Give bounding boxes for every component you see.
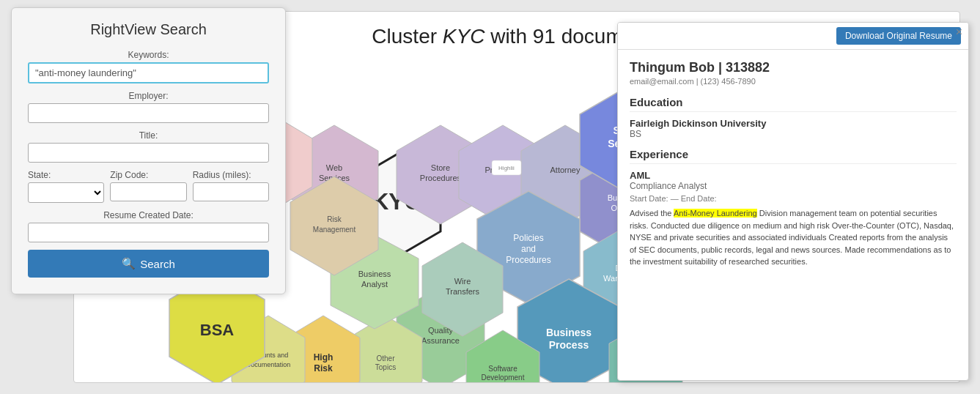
search-button[interactable]: 🔍 Search: [28, 250, 269, 278]
resume-panel: Download Original Resume × Thingum Bob |…: [617, 22, 969, 381]
state-select[interactable]: [28, 182, 104, 203]
school-name: Fairleigh Dickinson University: [630, 118, 957, 129]
svg-text:and: and: [521, 244, 536, 254]
svg-text:Risk: Risk: [314, 363, 333, 373]
search-panel-title: RightView Search: [28, 21, 269, 38]
exp-highlight: Anti-Money Laundering: [674, 209, 757, 218]
svg-text:Attorney: Attorney: [550, 166, 581, 174]
experience-description: Advised the Anti-Money Laundering Divisi…: [630, 207, 957, 268]
svg-text:Risk: Risk: [327, 215, 342, 223]
search-icon: 🔍: [122, 257, 136, 270]
svg-text:Store: Store: [431, 163, 450, 172]
employer-group: Employer:: [28, 91, 269, 123]
search-button-label: Search: [140, 258, 175, 270]
zipcode-group: Zip Code:: [110, 170, 186, 203]
svg-text:Highlii: Highlii: [498, 165, 515, 171]
svg-text:Procedures: Procedures: [506, 255, 550, 265]
degree: BS: [630, 129, 957, 139]
resume-contact: email@email.com | (123) 456-7890: [630, 77, 957, 86]
svg-text:Other: Other: [376, 354, 395, 363]
radius-label: Radius (miles):: [193, 170, 269, 180]
svg-text:Assurance: Assurance: [421, 336, 460, 345]
title-label: Title:: [28, 130, 269, 141]
employer-input[interactable]: [28, 103, 269, 123]
exp-desc-before-highlight: Advised the: [630, 209, 674, 218]
state-label: State:: [28, 170, 104, 180]
resume-toolbar: Download Original Resume ×: [618, 23, 968, 50]
search-panel: RightView Search Keywords: Employer: Tit…: [11, 7, 286, 294]
svg-text:Web: Web: [326, 163, 342, 172]
keywords-input[interactable]: [28, 62, 269, 83]
keywords-label: Keywords:: [28, 50, 269, 60]
svg-text:Analyst: Analyst: [361, 280, 388, 289]
radius-input[interactable]: [193, 182, 269, 201]
zipcode-input[interactable]: [110, 182, 186, 201]
close-button[interactable]: ×: [956, 26, 962, 39]
employer-label: Employer:: [28, 91, 269, 101]
location-row: State: Zip Code: Radius (miles):: [28, 170, 269, 203]
radius-group: Radius (miles):: [193, 170, 269, 203]
title-input[interactable]: [28, 143, 269, 163]
keywords-group: Keywords:: [28, 50, 269, 83]
title-group: Title:: [28, 130, 269, 163]
resume-body: Thingum Bob | 313882 email@email.com | (…: [618, 50, 968, 381]
svg-text:Development: Development: [482, 373, 525, 382]
resume-date-label: Resume Created Date:: [28, 210, 269, 220]
state-group: State:: [28, 170, 104, 203]
svg-text:Wire: Wire: [454, 277, 471, 286]
experience-dates: Start Date: — End Date:: [630, 194, 957, 203]
svg-text:Business: Business: [358, 270, 391, 278]
zipcode-label: Zip Code:: [110, 170, 186, 180]
svg-text:Topics: Topics: [375, 363, 396, 371]
experience-heading: Experience: [630, 148, 957, 164]
resume-id: 313882: [726, 60, 770, 75]
resume-candidate-name: Thingum Bob | 313882: [630, 60, 957, 75]
svg-text:Business: Business: [546, 327, 592, 338]
svg-text:High: High: [314, 352, 334, 363]
resume-date-group: Resume Created Date:: [28, 210, 269, 242]
svg-text:BSA: BSA: [200, 321, 235, 339]
download-original-button[interactable]: Download Original Resume: [836, 27, 961, 45]
svg-text:Transfers: Transfers: [446, 287, 480, 296]
svg-text:Policies: Policies: [513, 233, 543, 243]
svg-text:Software: Software: [488, 365, 517, 373]
svg-text:Procedures: Procedures: [420, 174, 462, 182]
resume-id-separator: |: [715, 60, 726, 75]
experience-subtitle: Compliance Analyst: [630, 181, 957, 191]
education-heading: Education: [630, 96, 957, 112]
experience-title: AML: [630, 170, 957, 181]
svg-text:Process: Process: [549, 339, 589, 351]
svg-text:Management: Management: [313, 226, 356, 234]
resume-date-input[interactable]: [28, 223, 269, 242]
resume-name-text: Thingum Bob: [630, 60, 715, 75]
